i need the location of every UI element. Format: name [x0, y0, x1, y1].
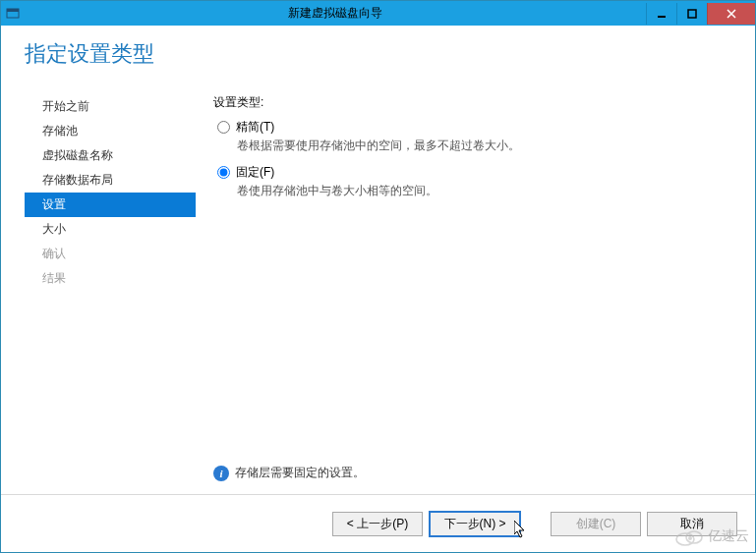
sidebar-item-size[interactable]: 大小 — [25, 217, 196, 242]
wizard-body: 指定设置类型 开始之前 存储池 虚拟磁盘名称 存储数据布局 设置 大小 确认 结… — [1, 26, 755, 552]
option-thin-label: 精简(T) — [236, 119, 274, 136]
option-thin-desc: 卷根据需要使用存储池中的空间，最多不超过卷大小。 — [237, 138, 727, 154]
option-fixed[interactable]: 固定(F) — [213, 164, 727, 181]
main-panel: 设置类型: 精简(T) 卷根据需要使用存储池中的空间，最多不超过卷大小。 固定(… — [213, 94, 727, 493]
button-bar: < 上一步(P) 下一步(N) > 创建(C) 取消 — [1, 494, 755, 552]
sidebar-item-provisioning[interactable]: 设置 — [25, 193, 196, 217]
svg-rect-3 — [688, 10, 696, 18]
cancel-button[interactable]: 取消 — [647, 512, 737, 536]
prev-button[interactable]: < 上一步(P) — [332, 512, 423, 536]
content-area: 开始之前 存储池 虚拟磁盘名称 存储数据布局 设置 大小 确认 结果 设置类型:… — [1, 94, 755, 493]
info-icon: i — [213, 466, 229, 481]
window-title: 新建虚拟磁盘向导 — [25, 5, 646, 22]
group-label: 设置类型: — [213, 94, 727, 111]
sidebar-item-before-begin[interactable]: 开始之前 — [25, 94, 196, 119]
svg-rect-1 — [7, 9, 19, 12]
page-title: 指定设置类型 — [1, 26, 755, 75]
radio-thin[interactable] — [217, 121, 230, 134]
sidebar-item-confirm: 确认 — [25, 242, 196, 266]
sidebar-item-results: 结果 — [25, 266, 196, 291]
titlebar: 新建虚拟磁盘向导 — [1, 1, 755, 26]
option-fixed-label: 固定(F) — [236, 164, 274, 181]
radio-fixed[interactable] — [217, 166, 230, 179]
sidebar-item-layout[interactable]: 存储数据布局 — [25, 168, 196, 193]
step-sidebar: 开始之前 存储池 虚拟磁盘名称 存储数据布局 设置 大小 确认 结果 — [25, 94, 196, 291]
option-thin[interactable]: 精简(T) — [213, 119, 727, 136]
minimize-button[interactable] — [646, 3, 676, 25]
info-text: 存储层需要固定的设置。 — [235, 465, 365, 481]
maximize-button[interactable] — [676, 3, 707, 25]
sidebar-item-storage-pool[interactable]: 存储池 — [25, 119, 196, 143]
option-fixed-desc: 卷使用存储池中与卷大小相等的空间。 — [237, 183, 727, 199]
sidebar-item-disk-name[interactable]: 虚拟磁盘名称 — [25, 143, 196, 168]
next-button[interactable]: 下一步(N) > — [429, 511, 521, 537]
close-button[interactable] — [707, 3, 755, 25]
app-icon — [1, 7, 25, 21]
info-message: i 存储层需要固定的设置。 — [213, 465, 365, 481]
window-controls — [646, 3, 755, 25]
wizard-window: 新建虚拟磁盘向导 指定设置类型 开始之前 存储池 虚拟磁盘名称 存储数据布局 设… — [0, 0, 756, 553]
svg-rect-2 — [658, 16, 666, 18]
create-button: 创建(C) — [551, 512, 641, 536]
